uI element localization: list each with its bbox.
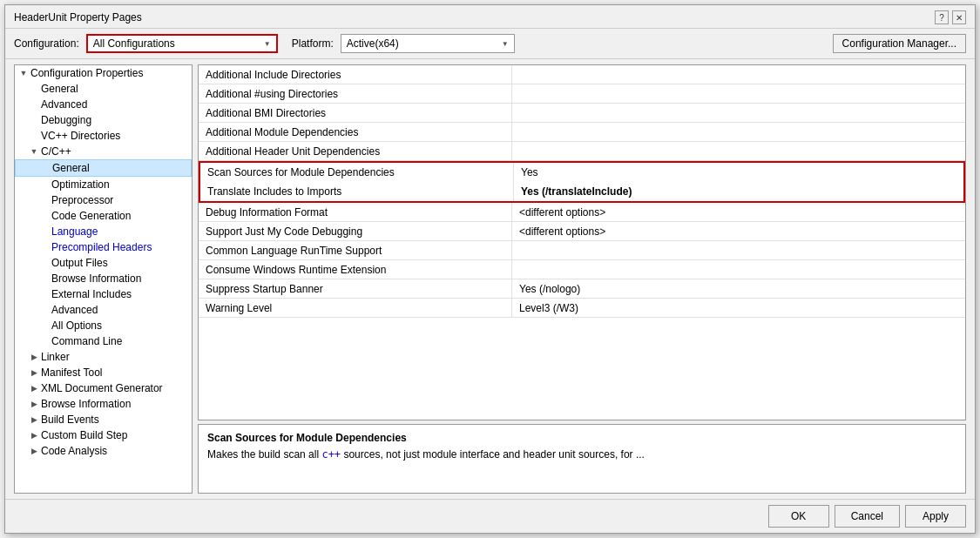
prop-row-add-bmi[interactable]: Additional BMI Directories: [199, 104, 965, 123]
tree-item-external-includes[interactable]: External Includes: [15, 286, 192, 302]
prop-row-translate-includes[interactable]: Translate Includes to ImportsYes (/trans…: [200, 182, 963, 201]
tree-label-optimization: Optimization: [51, 178, 110, 191]
prop-row-warning-level[interactable]: Warning LevelLevel3 (/W3): [199, 299, 965, 318]
cancel-button[interactable]: Cancel: [835, 505, 900, 528]
tree-item-manifest-tool[interactable]: ▶Manifest Tool: [15, 365, 192, 380]
prop-row-support-my-code[interactable]: Support Just My Code Debugging<different…: [199, 222, 965, 241]
tree-label-preprocessor: Preprocessor: [51, 194, 113, 206]
prop-value-warning-level: Level3 (/W3): [512, 299, 965, 317]
tree-item-linker[interactable]: ▶Linker: [15, 349, 192, 365]
tree-item-preprocessor[interactable]: Preprocessor: [15, 192, 192, 208]
tree-item-optimization[interactable]: Optimization: [15, 177, 192, 192]
tree-expander-linker[interactable]: ▶: [29, 352, 39, 362]
close-button[interactable]: ✕: [952, 10, 966, 24]
desc-text-before: Makes the build scan all: [207, 448, 321, 461]
prop-value-clr-support: [512, 241, 965, 259]
title-controls: ? ✕: [935, 10, 966, 24]
tree-item-code-generation[interactable]: Code Generation: [15, 208, 192, 224]
tree-label-precompiled-headers: Precompiled Headers: [51, 241, 152, 253]
tree-item-debugging[interactable]: Debugging: [15, 112, 192, 128]
prop-name-add-header-dep: Additional Header Unit Dependencies: [199, 142, 512, 160]
tree-item-build-events[interactable]: ▶Build Events: [15, 412, 192, 427]
tree-expander-cpp[interactable]: ▼: [29, 146, 39, 157]
config-value: All Configurations: [93, 37, 175, 50]
prop-row-add-include[interactable]: Additional Include Directories: [199, 65, 965, 84]
desc-code: c++: [321, 448, 341, 461]
tree-item-general[interactable]: General: [15, 81, 192, 97]
config-manager-button[interactable]: Configuration Manager...: [833, 34, 966, 53]
tree-expander-xml-doc-gen[interactable]: ▶: [29, 383, 39, 393]
prop-value-support-my-code: <different options>: [512, 222, 965, 240]
tree-item-code-analysis[interactable]: ▶Code Analysis: [15, 443, 192, 459]
prop-row-suppress-banner[interactable]: Suppress Startup BannerYes (/nologo): [199, 279, 965, 299]
prop-value-scan-sources: Yes: [514, 163, 963, 182]
tree-item-advanced2[interactable]: Advanced: [15, 302, 192, 318]
tree-item-browse-info[interactable]: Browse Information: [15, 271, 192, 286]
tree-label-language: Language: [51, 225, 98, 238]
tree-expander-manifest-tool[interactable]: ▶: [29, 367, 39, 378]
tree-expander-code-analysis[interactable]: ▶: [29, 446, 39, 456]
prop-row-consume-winrt[interactable]: Consume Windows Runtime Extension: [199, 260, 965, 279]
tree-item-output-files[interactable]: Output Files: [15, 255, 192, 271]
desc-text-after: sources, not just module interface and h…: [341, 448, 645, 461]
tree-label-output-files: Output Files: [51, 257, 108, 269]
platform-dropdown-arrow: ▼: [502, 40, 509, 48]
tree-item-config-properties[interactable]: ▼Configuration Properties: [15, 65, 192, 81]
ok-button[interactable]: OK: [768, 505, 829, 528]
prop-row-add-module-dep[interactable]: Additional Module Dependencies: [199, 123, 965, 142]
title-bar: HeaderUnit Property Pages ? ✕: [5, 5, 975, 29]
prop-row-add-using[interactable]: Additional #using Directories: [199, 84, 965, 104]
tree-label-general: General: [41, 83, 78, 95]
tree-item-cpp[interactable]: ▼C/C++: [15, 144, 192, 159]
highlighted-group: Scan Sources for Module DependenciesYesT…: [199, 161, 965, 203]
tree-item-browse-info-top[interactable]: ▶Browse Information: [15, 396, 192, 412]
tree-item-language[interactable]: Language: [15, 224, 192, 239]
tree-label-vcpp-dirs: VC++ Directories: [41, 130, 120, 142]
tree-item-vcpp-dirs[interactable]: VC++ Directories: [15, 128, 192, 144]
help-button[interactable]: ?: [935, 10, 949, 24]
tree-label-browse-info: Browse Information: [51, 272, 141, 285]
prop-name-add-bmi: Additional BMI Directories: [199, 104, 512, 122]
tree-label-xml-doc-gen: XML Document Generator: [41, 382, 163, 394]
tree-expander-build-events[interactable]: ▶: [29, 414, 39, 425]
tree-label-external-includes: External Includes: [51, 288, 132, 300]
tree-label-debugging: Debugging: [41, 114, 91, 126]
tree-expander-custom-build-step[interactable]: ▶: [29, 430, 39, 440]
prop-name-translate-includes: Translate Includes to Imports: [200, 182, 514, 201]
prop-name-add-module-dep: Additional Module Dependencies: [199, 123, 512, 141]
tree-item-advanced[interactable]: Advanced: [15, 97, 192, 112]
configuration-dropdown[interactable]: All Configurations ▼: [86, 34, 278, 53]
tree-panel: ▼Configuration PropertiesGeneralAdvanced…: [14, 64, 193, 494]
platform-dropdown[interactable]: Active(x64) ▼: [341, 34, 515, 53]
desc-text: Makes the build scan all c++ sources, no…: [207, 447, 956, 462]
tree-label-config-properties: Configuration Properties: [30, 67, 143, 79]
tree-item-command-line[interactable]: Command Line: [15, 333, 192, 349]
tree-label-all-options: All Options: [51, 319, 102, 332]
tree-item-custom-build-step[interactable]: ▶Custom Build Step: [15, 427, 192, 443]
config-bar: Configuration: All Configurations ▼ Plat…: [5, 29, 975, 59]
prop-name-support-my-code: Support Just My Code Debugging: [199, 222, 512, 240]
tree-expander-browse-info-top[interactable]: ▶: [29, 399, 39, 409]
tree-item-all-options[interactable]: All Options: [15, 318, 192, 333]
apply-button[interactable]: Apply: [905, 505, 966, 528]
tree-label-build-events: Build Events: [41, 414, 99, 426]
tree-item-precompiled-headers[interactable]: Precompiled Headers: [15, 239, 192, 255]
tree-item-cpp-general[interactable]: General: [15, 159, 192, 177]
prop-row-scan-sources[interactable]: Scan Sources for Module DependenciesYes: [200, 163, 963, 182]
properties-table: Additional Include DirectoriesAdditional…: [198, 64, 966, 420]
tree-label-cpp: C/C++: [41, 145, 71, 158]
prop-row-add-header-dep[interactable]: Additional Header Unit Dependencies: [199, 142, 965, 161]
config-label: Configuration:: [14, 37, 79, 50]
prop-value-debug-info-format: <different options>: [512, 203, 965, 221]
prop-row-debug-info-format[interactable]: Debug Information Format<different optio…: [199, 203, 965, 222]
tree-expander-config-properties[interactable]: ▼: [18, 68, 29, 78]
prop-row-clr-support[interactable]: Common Language RunTime Support: [199, 241, 965, 260]
prop-value-add-using: [512, 84, 965, 103]
main-content: ▼Configuration PropertiesGeneralAdvanced…: [5, 59, 975, 499]
tree-label-advanced: Advanced: [41, 98, 87, 111]
tree-label-custom-build-step: Custom Build Step: [41, 429, 127, 441]
tree-label-code-analysis: Code Analysis: [41, 445, 107, 457]
dialog-title: HeaderUnit Property Pages: [14, 11, 142, 24]
tree-label-linker: Linker: [41, 351, 70, 363]
tree-item-xml-doc-gen[interactable]: ▶XML Document Generator: [15, 380, 192, 396]
